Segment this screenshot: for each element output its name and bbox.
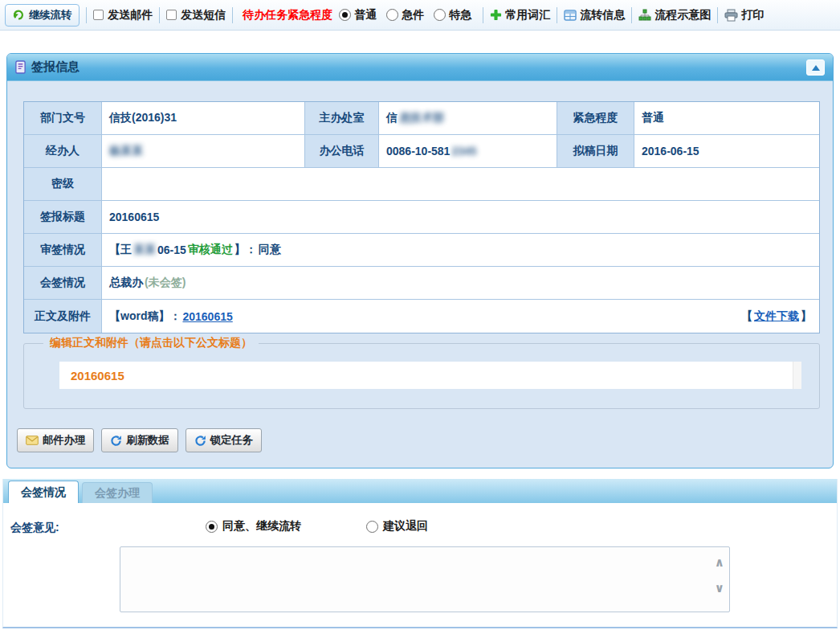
- urgency-normal-label: 普通: [354, 8, 377, 22]
- host-office-label: 主办处室: [305, 102, 379, 134]
- document-title[interactable]: 20160615: [71, 369, 124, 382]
- send-sms-label: 发送短信: [181, 8, 226, 22]
- toolbar-separator: [631, 7, 632, 23]
- file-download[interactable]: 【 文件下载 】: [741, 309, 812, 324]
- handler-label: 经办人: [24, 135, 102, 167]
- common-words-button[interactable]: 常用词汇: [490, 8, 550, 22]
- form-row: 审签情况 【王 某某 06-15 审核通过 】： 同意: [24, 234, 819, 267]
- continue-flow-label: 继续流转: [29, 8, 71, 22]
- comment-area-wrap: ∧ ∨: [120, 546, 730, 612]
- radio-icon: [366, 521, 378, 533]
- email-handle-button[interactable]: 邮件办理: [17, 428, 94, 452]
- document-title-row[interactable]: 20160615: [59, 362, 801, 389]
- host-office-value: 信 息技术部: [379, 102, 557, 134]
- office-phone-label: 办公电话: [305, 135, 379, 167]
- send-email-checkbox[interactable]: 发送邮件: [93, 8, 153, 22]
- form-row: 经办人 杨某某 办公电话 0086-10-581 2345 拟稿日期 2016-…: [24, 135, 819, 168]
- download-bracket-close: 】: [801, 309, 812, 324]
- opinion-return-label: 建议退回: [383, 519, 428, 534]
- countersign-tabbar: 会签情况 会签办理: [3, 479, 837, 503]
- urgency-radio-extra-urgent[interactable]: 特急: [434, 8, 471, 22]
- review-status-value: 【王 某某 06-15 审核通过 】： 同意: [102, 234, 819, 266]
- envelope-icon: [26, 436, 39, 445]
- textarea-scrollbar[interactable]: ∧ ∨: [715, 556, 724, 594]
- toolbar-separator: [717, 7, 718, 23]
- scroll-down-icon[interactable]: ∨: [715, 582, 724, 594]
- refresh-data-button[interactable]: 刷新数据: [101, 428, 177, 452]
- attachment-doc-link[interactable]: 20160615: [182, 310, 232, 323]
- tab-countersign-handle[interactable]: 会签办理: [82, 482, 153, 503]
- review-date: 06-15: [157, 243, 186, 256]
- urgency-radio-normal[interactable]: 普通: [339, 8, 377, 22]
- table-grid-icon: [564, 10, 577, 21]
- send-sms-checkbox[interactable]: 发送短信: [166, 8, 226, 22]
- lock-task-label: 锁定任务: [210, 433, 253, 448]
- urgency-value: 普通: [634, 102, 819, 134]
- handler-value: 杨某某: [102, 135, 305, 167]
- opinion-radio-return[interactable]: 建议退回: [366, 519, 428, 534]
- urgency-radio-urgent[interactable]: 急件: [386, 8, 424, 22]
- report-title-value: 20160615: [102, 201, 819, 233]
- flow-diagram-label: 流程示意图: [654, 8, 711, 22]
- panel-title: 签报信息: [31, 59, 80, 75]
- panel-header: 签报信息: [7, 54, 833, 81]
- common-words-label: 常用词汇: [505, 8, 550, 22]
- tab-countersign-handle-label: 会签办理: [95, 486, 140, 501]
- urgency-extra-urgent-label: 特急: [449, 8, 471, 22]
- refresh-icon: [194, 435, 206, 447]
- form-row: 签报标题 20160615: [24, 201, 819, 234]
- send-email-label: 发送邮件: [108, 8, 153, 22]
- urgency-level-label: 待办任务紧急程度: [243, 8, 332, 22]
- continue-flow-button[interactable]: 继续流转: [5, 4, 80, 27]
- flow-info-button[interactable]: 流转信息: [564, 8, 625, 22]
- review-status-label: 审签情况: [24, 234, 102, 266]
- document-icon: [14, 60, 27, 74]
- form-row: 正文及附件 【word稿】： 20160615 【 文件下载 】: [24, 300, 819, 333]
- attachment-left: 【word稿】： 20160615: [109, 309, 233, 324]
- form-row: 会签情况 总裁办 (未会签): [24, 267, 819, 300]
- scroll-up-icon[interactable]: ∧: [715, 556, 724, 568]
- host-office-visible: 信: [386, 111, 398, 125]
- review-bracket: 】：: [234, 243, 257, 257]
- print-button[interactable]: 打印: [724, 8, 764, 22]
- download-bracket-open: 【: [741, 309, 752, 324]
- toolbar-separator: [557, 7, 557, 23]
- opinion-radio-agree[interactable]: 同意、继续流转: [206, 519, 301, 534]
- top-toolbar: 继续流转 发送邮件 发送短信 待办任务紧急程度 普通 急件 特急: [0, 0, 840, 31]
- form-row: 部门文号 信技(2016)31 主办处室 信 息技术部 紧急程度 普通: [24, 102, 819, 135]
- sign-report-form: 部门文号 信技(2016)31 主办处室 信 息技术部 紧急程度 普通 经办人 …: [23, 101, 820, 333]
- review-redacted: 某某: [133, 243, 156, 257]
- refresh-data-label: 刷新数据: [126, 433, 169, 448]
- tab-countersign-status[interactable]: 会签情况: [8, 481, 79, 503]
- attachment-prefix: 【word稿】：: [109, 309, 181, 324]
- toolbar-separator: [483, 7, 483, 23]
- flow-diagram-button[interactable]: 流程示意图: [638, 8, 711, 22]
- checkbox-icon: [93, 10, 104, 20]
- checkbox-icon: [166, 10, 177, 20]
- countersign-comment-textarea[interactable]: [120, 546, 730, 612]
- org-chart-icon: [638, 9, 651, 21]
- lock-task-button[interactable]: 锁定任务: [186, 428, 262, 452]
- urgency-urgent-label: 急件: [402, 8, 424, 22]
- draft-date-value: 2016-06-15: [634, 135, 819, 167]
- report-title-label: 签报标题: [24, 201, 102, 233]
- handler-redacted: 杨某某: [109, 144, 143, 158]
- radio-icon: [434, 9, 446, 21]
- urgency-label: 紧急程度: [557, 102, 634, 134]
- plus-icon: [490, 9, 502, 21]
- refresh-icon: [110, 435, 122, 447]
- file-download-link[interactable]: 文件下载: [754, 309, 799, 324]
- opinion-agree-label: 同意、继续流转: [222, 519, 301, 534]
- toolbar-separator: [86, 7, 87, 23]
- continue-flow-arrow-icon: [13, 9, 25, 21]
- collapse-panel-button[interactable]: [806, 59, 825, 76]
- dept-no-label: 部门文号: [24, 102, 102, 134]
- draft-date-label: 拟稿日期: [557, 135, 634, 167]
- sign-report-panel: 签报信息 部门文号 信技(2016)31 主办处室 信 息技术部 紧急程度 普通…: [6, 53, 834, 468]
- attachment-value: 【word稿】： 20160615 【 文件下载 】: [102, 300, 819, 333]
- email-handle-label: 邮件办理: [43, 433, 85, 448]
- chevron-up-icon: [812, 65, 820, 71]
- countersign-opinion-label: 会签意见:: [10, 521, 59, 535]
- host-office-redacted: 息技术部: [399, 111, 444, 125]
- countersign-dept: 总裁办: [109, 276, 143, 290]
